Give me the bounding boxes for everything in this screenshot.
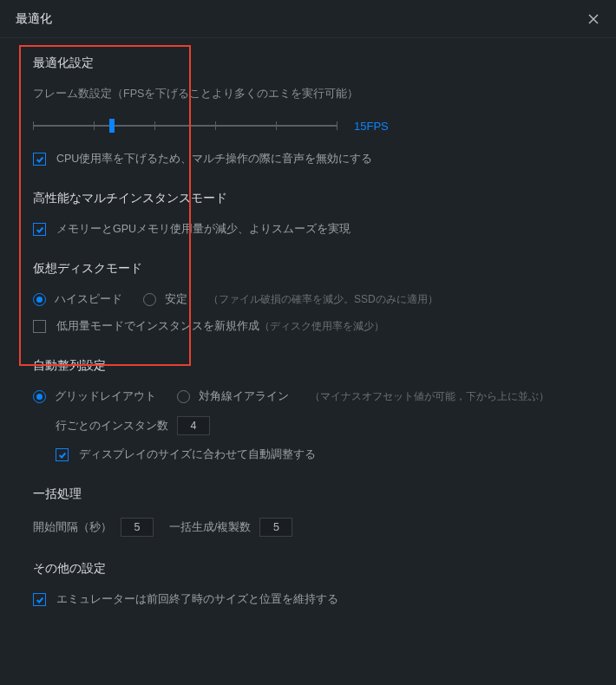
- cpu-audio-checkbox[interactable]: [33, 153, 46, 166]
- start-interval-label: 開始間隔（秒）: [33, 520, 112, 535]
- remember-size-checkbox[interactable]: [33, 593, 46, 606]
- radio-high-speed-label: ハイスピード: [55, 292, 122, 307]
- fps-slider-wrap: 15FPS: [33, 115, 583, 136]
- batch-count-label: 一括生成/複製数: [169, 520, 251, 535]
- section-multi-instance: 高性能なマルチインスタンスモード メモリーとGPUメモリ使用量が減少、よりスムー…: [33, 191, 583, 237]
- header-title: 最適化: [16, 11, 52, 27]
- radio-stable[interactable]: [143, 293, 156, 306]
- auto-adjust-row: ディスプレイのサイズに合わせて自動調整する: [33, 447, 583, 462]
- section-auto-arrange: 自動整列設定 グリッドレイアウト 対角線イアライン （マイナスオフセット値が可能…: [33, 358, 583, 462]
- section-title-auto-arrange: 自動整列設定: [33, 358, 583, 374]
- radio-stable-label: 安定: [165, 292, 187, 307]
- radio-grid-label: グリッドレイアウト: [55, 389, 156, 404]
- start-interval-input[interactable]: 5: [121, 518, 154, 537]
- per-row-label: 行ごとのインスタン数: [56, 419, 168, 434]
- memory-label: メモリーとGPUメモリ使用量が減少、よりスムーズを実現: [56, 222, 351, 237]
- section-title-other: その他の設定: [33, 561, 583, 577]
- radio-grid[interactable]: [33, 390, 46, 403]
- low-usage-hint: （ディスク使用率を減少）: [259, 319, 384, 334]
- section-title-virtual-disk: 仮想ディスクモード: [33, 261, 583, 277]
- batch-count-input[interactable]: 5: [259, 518, 292, 537]
- section-other: その他の設定 エミュレーターは前回終了時のサイズと位置を維持する: [33, 561, 583, 607]
- remember-size-row: エミュレーターは前回終了時のサイズと位置を維持する: [33, 592, 583, 607]
- fps-label: フレーム数設定（FPSを下げることより多くのエミを実行可能）: [33, 87, 583, 101]
- auto-adjust-checkbox[interactable]: [56, 448, 69, 461]
- section-virtual-disk: 仮想ディスクモード ハイスピード 安定 （ファイル破損の確率を減少。SSDのみに…: [33, 261, 583, 334]
- low-usage-checkbox[interactable]: [33, 320, 46, 333]
- remember-size-label: エミュレーターは前回終了時のサイズと位置を維持する: [56, 592, 338, 607]
- memory-row: メモリーとGPUメモリ使用量が減少、よりスムーズを実現: [33, 222, 583, 237]
- close-icon[interactable]: [587, 12, 600, 26]
- section-title-optimization: 最適化設定: [33, 55, 583, 71]
- radio-high-speed[interactable]: [33, 293, 46, 306]
- low-usage-row: 低用量モードでインスタンスを新規作成 （ディスク使用率を減少）: [33, 319, 583, 334]
- cpu-audio-row: CPU使用率を下げるため、マルチ操作の際に音声を無効にする: [33, 152, 583, 166]
- section-batch: 一括処理 開始間隔（秒） 5 一括生成/複製数 5: [33, 486, 583, 537]
- disk-radio-row: ハイスピード 安定 （ファイル破損の確率を減少。SSDのみに適用）: [33, 292, 583, 307]
- auto-adjust-label: ディスプレイのサイズに合わせて自動調整する: [79, 447, 316, 462]
- fps-value: 15FPS: [354, 120, 389, 133]
- diagonal-hint: （マイナスオフセット値が可能，下から上に並ぶ）: [310, 389, 549, 404]
- section-optimization: 最適化設定 フレーム数設定（FPSを下げることより多くのエミを実行可能） 15F…: [33, 55, 583, 166]
- stable-hint: （ファイル破損の確率を減少。SSDのみに適用）: [208, 292, 438, 307]
- arrange-radio-row: グリッドレイアウト 対角線イアライン （マイナスオフセット値が可能，下から上に並…: [33, 389, 583, 404]
- per-row-input[interactable]: 4: [177, 416, 210, 435]
- low-usage-label: 低用量モードでインスタンスを新規作成: [56, 319, 259, 334]
- fps-slider[interactable]: [33, 115, 337, 136]
- batch-row: 開始間隔（秒） 5 一括生成/複製数 5: [33, 518, 583, 537]
- radio-diagonal-label: 対角線イアライン: [199, 389, 289, 404]
- cpu-audio-label: CPU使用率を下げるため、マルチ操作の際に音声を無効にする: [56, 152, 372, 166]
- radio-diagonal[interactable]: [177, 390, 190, 403]
- memory-checkbox[interactable]: [33, 223, 46, 236]
- section-title-multi-instance: 高性能なマルチインスタンスモード: [33, 191, 583, 206]
- header: 最適化: [0, 0, 616, 38]
- per-row-row: 行ごとのインスタン数 4: [33, 416, 583, 435]
- content: 最適化設定 フレーム数設定（FPSを下げることより多くのエミを実行可能） 15F…: [0, 38, 616, 607]
- section-title-batch: 一括処理: [33, 486, 583, 502]
